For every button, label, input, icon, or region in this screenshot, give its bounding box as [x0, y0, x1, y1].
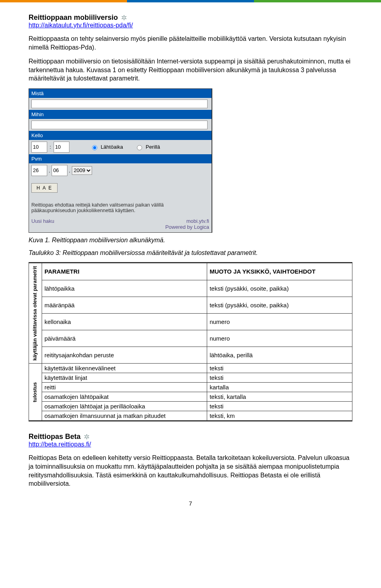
radio-arrive-label: Perillä: [146, 144, 160, 150]
r6c1: käytettävät liikennevälineet: [42, 364, 207, 373]
r5c1: reititysajankohdan peruste: [42, 347, 207, 364]
date-dot2: .: [69, 167, 71, 173]
r10c1: osamatkojen lähtöajat ja perilläoloaika: [42, 402, 207, 411]
parameter-table: käyttäjän valittavissa olevat parametrit…: [29, 262, 352, 421]
link-powered[interactable]: Powered by Logica: [165, 224, 209, 230]
mobile-screenshot: Mistä Mihin Kello : Lähtöaika Perillä Pv…: [29, 88, 212, 233]
gear-icon: ✲: [121, 14, 127, 21]
r3c2: numero: [207, 314, 352, 330]
r7c1: käytettävät linjat: [42, 373, 207, 383]
r10c2: teksti: [207, 402, 352, 411]
minute-input[interactable]: [54, 142, 69, 153]
section1-title: Reittioppaan mobiiliversio: [29, 13, 118, 22]
group2-label: tulostus: [31, 381, 38, 404]
r9c2: teksti, kartalla: [207, 392, 352, 402]
group2-vcell: tulostus: [29, 364, 42, 421]
r7c2: teksti: [207, 373, 352, 383]
r11c2: teksti, km: [207, 411, 352, 421]
hour-input[interactable]: [31, 142, 47, 153]
label-time: Kello: [29, 131, 212, 140]
from-input[interactable]: [31, 100, 208, 108]
link-mobi[interactable]: mobi.ytv.fi: [186, 218, 209, 224]
r1c2: teksti (pysäkki, osoite, paikka): [207, 280, 352, 297]
stripe-green: [254, 0, 381, 2]
day-input[interactable]: [31, 165, 47, 176]
r8c2: kartalla: [207, 383, 352, 392]
section1-heading-row: Reittioppaan mobiiliversio ✲: [29, 13, 352, 22]
section1-para1: Reittioppaasta on tehty selainversio myö…: [29, 34, 352, 52]
group1-vcell: käyttäjän valittavissa olevat parametrit: [29, 262, 42, 363]
label-date: Pvm: [29, 154, 212, 163]
r9c1: osamatkojen lähtöpaikat: [42, 392, 207, 402]
section2-url-link[interactable]: http://beta.reittiopas.fi/: [29, 441, 91, 448]
mobile-footer-text: Reittiopas ehdottaa reittejä kahden vali…: [29, 198, 212, 216]
top-stripe: [0, 0, 381, 2]
figure-caption: Kuva 1. Reittioppaan mobiiliversion alku…: [29, 237, 352, 244]
gear-icon: ✲: [84, 433, 90, 441]
r8c1: reitti: [42, 383, 207, 392]
section2-title: Reittiopas Beta: [29, 433, 81, 441]
group1-label: käyttäjän valittavissa olevat parametrit: [31, 264, 38, 362]
year-select[interactable]: 2009: [72, 166, 92, 175]
section2-heading-row: Reittiopas Beta ✲: [29, 433, 352, 441]
col2-header: MUOTO JA YKSIKKÖ, VAIHTOEHDOT: [207, 262, 352, 280]
month-input[interactable]: [52, 165, 67, 176]
page-number: 7: [29, 500, 352, 507]
r3c1: kellonaika: [42, 314, 207, 330]
section1-url-link[interactable]: http://aikataulut.ytv.fi/reittiopas-pda/…: [29, 22, 133, 29]
r4c2: numero: [207, 330, 352, 347]
r2c1: määränpää: [42, 297, 207, 313]
link-new-search[interactable]: Uusi haku: [31, 218, 54, 230]
stripe-blue: [127, 0, 254, 2]
label-from: Mistä: [29, 89, 212, 98]
radio-depart[interactable]: [92, 145, 97, 150]
search-button[interactable]: H A E: [31, 183, 58, 193]
time-colon: :: [50, 144, 51, 150]
stripe-orange: [0, 0, 127, 2]
to-input[interactable]: [31, 121, 208, 129]
r11c1: osamatkojen ilmansuunnat ja matkan pituu…: [42, 411, 207, 421]
r6c2: teksti: [207, 364, 352, 373]
r2c2: teksti (pysäkki, osoite, paikka): [207, 297, 352, 313]
label-to: Mihin: [29, 110, 212, 119]
section1-para2: Reittioppaan mobiiliversio on tietosisäl…: [29, 57, 352, 83]
col1-header: PARAMETRI: [42, 262, 207, 280]
table-caption: Taulukko 3: Reittioppaan mobiiliversioss…: [29, 249, 352, 257]
radio-depart-label: Lähtöaika: [101, 144, 123, 150]
r4c1: päivämäärä: [42, 330, 207, 347]
date-dot1: .: [49, 167, 50, 173]
section2-para: Reittiopas Beta on edelleen kehitetty ve…: [29, 454, 352, 488]
r5c2: lähtöaika, perillä: [207, 347, 352, 364]
radio-arrive[interactable]: [137, 145, 142, 150]
r1c1: lähtöpaikka: [42, 280, 207, 297]
